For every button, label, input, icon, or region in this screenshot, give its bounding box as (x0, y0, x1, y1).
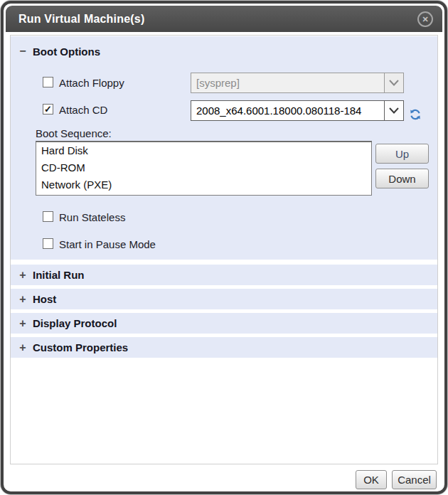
attach-floppy-checkbox[interactable] (43, 77, 53, 87)
list-item[interactable]: Network (PXE) (36, 176, 371, 193)
list-item[interactable]: CD-ROM (36, 159, 371, 176)
section-boot-options: − Boot Options Attach Floppy [sysprep] ✓… (11, 36, 437, 260)
chevron-down-icon (384, 73, 403, 92)
list-item[interactable]: Hard Disk (36, 142, 371, 159)
dialog-title: Run Virtual Machine(s) (18, 13, 144, 26)
section-custom-properties[interactable]: + Custom Properties (11, 337, 437, 358)
section-initial-run[interactable]: + Initial Run (11, 265, 437, 285)
boot-options-title: Boot Options (33, 46, 100, 58)
expand-icon[interactable]: + (18, 270, 28, 280)
chevron-down-icon[interactable] (384, 101, 403, 120)
checkmark-icon: ✓ (44, 105, 52, 114)
collapse-icon[interactable]: − (18, 46, 28, 56)
display-protocol-title: Display Protocol (33, 317, 117, 329)
cancel-button[interactable]: Cancel (392, 470, 437, 489)
expand-icon[interactable]: + (18, 294, 28, 304)
dialog-titlebar: Run Virtual Machine(s) ✕ (6, 6, 442, 32)
expand-icon[interactable]: + (18, 343, 28, 353)
attach-floppy-label: Attach Floppy (59, 77, 124, 89)
run-vm-dialog: Run Virtual Machine(s) ✕ − Boot Options … (0, 0, 448, 495)
start-in-pause-checkbox[interactable] (43, 238, 53, 249)
section-host[interactable]: + Host (11, 289, 437, 309)
boot-options-header[interactable]: − Boot Options (11, 43, 100, 59)
attach-cd-checkbox[interactable]: ✓ (43, 104, 53, 115)
dialog-window: Run Virtual Machine(s) ✕ − Boot Options … (1, 1, 447, 494)
expand-icon[interactable]: + (18, 319, 28, 329)
attach-cd-label: Attach CD (59, 104, 107, 116)
up-button[interactable]: Up (375, 144, 429, 164)
cd-image-value: 2008_x64.6001.18000.080118-184 (191, 101, 384, 120)
boot-sequence-label: Boot Sequence: (36, 127, 112, 139)
host-title: Host (33, 293, 56, 305)
down-button[interactable]: Down (375, 169, 429, 188)
refresh-icon[interactable] (409, 108, 422, 121)
floppy-image-value: [sysprep] (191, 73, 384, 92)
initial-run-title: Initial Run (33, 269, 85, 281)
custom-properties-title: Custom Properties (33, 341, 128, 353)
dialog-content: − Boot Options Attach Floppy [sysprep] ✓… (10, 35, 438, 464)
section-display-protocol[interactable]: + Display Protocol (11, 313, 437, 334)
start-in-pause-label: Start in Pause Mode (59, 238, 156, 250)
close-icon[interactable]: ✕ (417, 11, 433, 27)
run-stateless-checkbox[interactable] (43, 211, 53, 222)
cd-image-dropdown[interactable]: 2008_x64.6001.18000.080118-184 (191, 100, 404, 121)
boot-sequence-listbox[interactable]: Hard Disk CD-ROM Network (PXE) (36, 141, 372, 196)
ok-button[interactable]: OK (356, 470, 387, 489)
floppy-image-dropdown: [sysprep] (191, 73, 404, 93)
run-stateless-label: Run Stateless (59, 211, 125, 223)
